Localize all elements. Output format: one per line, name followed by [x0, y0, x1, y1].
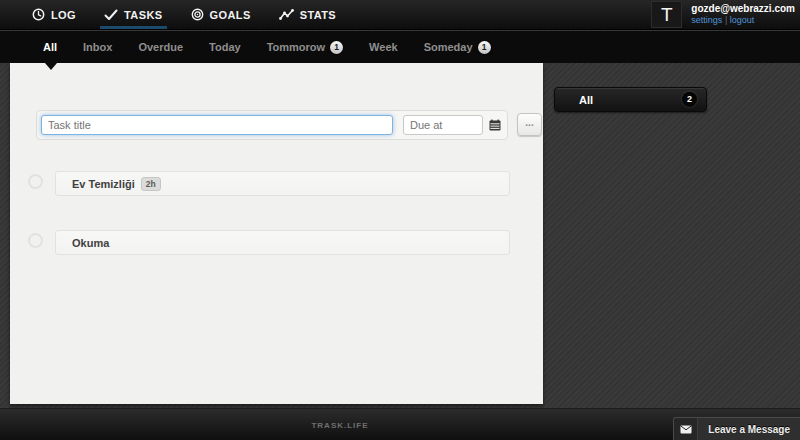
tab-week[interactable]: Week: [356, 31, 411, 63]
tab-label: Inbox: [83, 41, 112, 53]
tab-tommorow[interactable]: Tommorow 1: [254, 31, 356, 63]
sidebar-group-count-badge: 2: [682, 92, 697, 107]
avatar[interactable]: T: [651, 1, 682, 28]
brand-text: TRASK.LIFE: [311, 421, 368, 430]
more-options-button[interactable]: ...: [517, 113, 542, 136]
filter-tabs-bar: All Inbox Overdue Today Tommorow 1 Week …: [0, 31, 800, 63]
task-title: Ev Temizliği: [72, 178, 135, 190]
nav-label: STATS: [300, 9, 336, 21]
tab-label: All: [43, 41, 57, 53]
nav-item-stats[interactable]: STATS: [265, 0, 350, 29]
tab-label: Overdue: [138, 41, 183, 53]
tab-inbox[interactable]: Inbox: [70, 31, 125, 63]
clock-icon: [32, 8, 45, 21]
topbar: LOG TASKS GOALS STATS T: [0, 0, 800, 30]
tab-overdue[interactable]: Overdue: [125, 31, 196, 63]
account-links: settings | logout: [691, 15, 795, 26]
account-email: gozde@webrazzi.com: [691, 3, 795, 15]
account-meta: gozde@webrazzi.com settings | logout: [682, 0, 795, 29]
tab-label: Week: [369, 41, 398, 53]
account-area: T gozde@webrazzi.com settings | logout: [651, 0, 800, 29]
task-list-panel: ... Ev Temizliği 2h Okuma: [10, 63, 543, 404]
task-checkbox[interactable]: [28, 233, 43, 248]
check-icon: [104, 9, 118, 21]
tab-count-badge: 1: [330, 41, 343, 54]
nav-item-tasks[interactable]: TASKS: [90, 0, 176, 29]
tab-all[interactable]: All: [30, 31, 70, 63]
envelope-icon: [674, 418, 698, 440]
due-at-group: [403, 115, 501, 135]
sidebar-group-all-button[interactable]: All 2: [554, 87, 707, 112]
tab-label: Tommorow: [267, 41, 325, 53]
chart-icon: [279, 9, 294, 21]
due-at-input[interactable]: [403, 115, 483, 135]
leave-message-button[interactable]: Leave a Message: [673, 417, 800, 440]
nav-label: TASKS: [124, 9, 162, 21]
task-title: Okuma: [72, 237, 109, 249]
duration-badge: 2h: [141, 177, 161, 191]
sidebar-group-label: All: [579, 94, 593, 106]
tab-today[interactable]: Today: [196, 31, 254, 63]
task-title-input[interactable]: [41, 115, 393, 135]
main-nav: LOG TASKS GOALS STATS: [0, 0, 350, 29]
target-icon: [191, 8, 204, 21]
tab-label: Someday: [424, 41, 473, 53]
leave-message-label: Leave a Message: [698, 418, 800, 440]
nav-label: GOALS: [210, 9, 251, 21]
task-card[interactable]: Okuma: [55, 230, 510, 255]
nav-label: LOG: [51, 9, 76, 21]
app-root: LOG TASKS GOALS STATS T: [0, 0, 800, 440]
tab-label: Today: [209, 41, 241, 53]
nav-item-goals[interactable]: GOALS: [177, 0, 265, 29]
nav-item-log[interactable]: LOG: [18, 0, 90, 29]
calendar-icon[interactable]: [489, 119, 501, 131]
new-task-form: [36, 110, 508, 140]
task-card[interactable]: Ev Temizliği 2h: [55, 171, 510, 196]
logout-link[interactable]: logout: [730, 15, 755, 25]
settings-link[interactable]: settings: [691, 15, 722, 25]
active-tab-pointer: [45, 63, 57, 70]
tab-count-badge: 1: [478, 41, 491, 54]
tab-someday[interactable]: Someday 1: [411, 31, 504, 63]
task-checkbox[interactable]: [28, 174, 43, 189]
links-separator: |: [725, 15, 727, 25]
